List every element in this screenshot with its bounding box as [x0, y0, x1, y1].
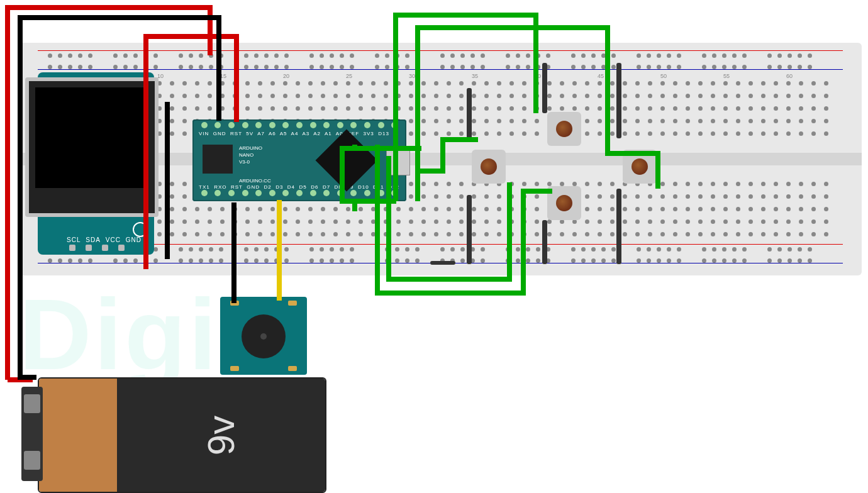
wire-black-buzzer-gnd: [231, 202, 236, 303]
gnd-jumper: [467, 195, 472, 264]
wire-green-btn: [393, 13, 398, 201]
wire-black-battery-gnd: [216, 15, 221, 121]
oled-label-sda: SDA: [86, 236, 101, 243]
gnd-rail-link: [430, 261, 455, 265]
wire-green-nano-digital: [340, 146, 421, 151]
wire-black-gnd: [165, 102, 170, 259]
nine-volt-battery: 9v: [38, 377, 326, 493]
nano-pin-labels-top: VIN GND RST 5V A7 A6 A5 A4 A3 A2 A1 A0 R…: [199, 131, 389, 136]
col-label: 20: [283, 73, 289, 79]
push-button-down[interactable]: [547, 186, 581, 220]
wire-red-5v: [234, 34, 239, 122]
col-label: 25: [346, 73, 352, 79]
wire-green-btn: [375, 145, 380, 296]
buzzer-module: [220, 297, 307, 375]
col-label: 50: [660, 73, 667, 79]
piezo-buzzer-icon: [242, 314, 286, 358]
col-label: 30: [409, 73, 415, 79]
watermark-text: Digi: [19, 277, 219, 392]
oled-screen: [25, 77, 159, 217]
arduino-nano: VIN GND RST 5V A7 A6 A5 A4 A3 A2 A1 A0 R…: [192, 119, 406, 201]
push-button-left[interactable]: [472, 150, 506, 184]
wire-black-battery-lead: [18, 375, 36, 380]
oled-label-scl: SCL: [67, 236, 81, 243]
col-label: 55: [723, 73, 730, 79]
push-button-up[interactable]: [547, 112, 581, 146]
wire-red-5v-rail: [143, 36, 148, 269]
wire-green-btn: [655, 151, 660, 189]
gnd-jumper: [467, 88, 472, 138]
nano-pins-top: [198, 122, 401, 131]
nano-board-text: ARDUINO NANO V3-0 ARDUINO.CC: [239, 145, 271, 184]
wire-yellow-buzzer-sig: [277, 200, 282, 301]
oled-pin-header: [69, 245, 125, 251]
nano-pins-bottom: [198, 190, 401, 199]
wire-red-battery-vin: [5, 5, 10, 380]
wire-red-5v: [143, 34, 238, 39]
battery-snap-clip: [21, 387, 43, 481]
wire-green-nano-digital: [440, 137, 445, 171]
wire-green-btn: [386, 156, 391, 279]
oled-pin-labels: SCL SDA VCC GND: [67, 236, 142, 243]
wire-black-battery-gnd: [18, 15, 219, 20]
wire-green-btn: [521, 189, 552, 194]
col-label: 60: [786, 73, 793, 79]
oled-label-vcc: VCC: [106, 236, 121, 243]
gnd-jumper: [542, 63, 547, 113]
wire-red-battery-vin: [5, 5, 213, 10]
wire-green-btn: [507, 182, 512, 280]
wire-red-battery-vin: [208, 5, 213, 55]
wire-green-btn: [605, 25, 610, 151]
col-label: 35: [472, 73, 478, 79]
gnd-jumper: [542, 220, 547, 264]
gnd-jumper: [616, 189, 621, 264]
wire-green-btn: [415, 25, 610, 30]
wire-green-btn: [521, 191, 526, 296]
oled-label-gnd: GND: [126, 236, 142, 243]
wire-green-btn: [415, 25, 420, 201]
wire-green-nano-digital: [415, 169, 445, 174]
nano-icsp-header: [203, 145, 233, 174]
wire-black-battery-gnd: [18, 15, 23, 380]
nano-pin-labels-bottom: TX1 RXO RST GND D2 D3 D4 D5 D6 D7 D8 D9 …: [199, 184, 399, 190]
wire-green-nano-digital: [440, 137, 478, 142]
oled-display-module: SCL SDA VCC GND: [38, 72, 154, 255]
gnd-jumper: [616, 63, 621, 138]
wire-green-btn: [386, 277, 512, 282]
wire-green-nano-digital: [340, 199, 396, 204]
battery-voltage-label: 9v: [199, 415, 243, 455]
nano-mcu-chip-icon: [316, 130, 378, 192]
wire-green-btn: [393, 13, 538, 18]
wire-green-btn: [605, 151, 655, 156]
col-label: 45: [598, 73, 604, 79]
wire-green-nano-digital: [340, 146, 345, 202]
wire-green-btn: [375, 291, 526, 296]
